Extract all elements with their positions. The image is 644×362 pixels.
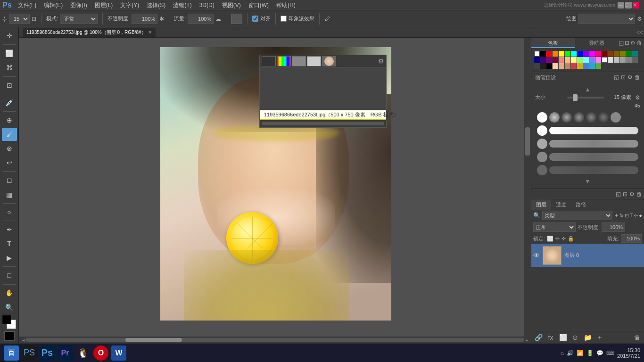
brush-thumb-1[interactable]: [262, 56, 276, 66]
tab-swatches[interactable]: 色板: [531, 38, 575, 48]
tool-pen[interactable]: ✒: [2, 223, 17, 236]
lock-icon-2[interactable]: ✏: [555, 236, 560, 242]
canvas-vscroll[interactable]: [524, 38, 531, 337]
brush-stroke-1[interactable]: [549, 127, 638, 134]
swatch-white[interactable]: [534, 51, 540, 57]
swatch-gray8[interactable]: [620, 57, 626, 63]
swatch-ltgray[interactable]: [608, 57, 613, 63]
tool-history-brush[interactable]: ↩: [2, 156, 17, 169]
swatch-gray3[interactable]: [571, 57, 577, 63]
menu-type[interactable]: 文字(Y): [116, 0, 143, 10]
taskbar-sys-icon-5[interactable]: 💬: [596, 350, 603, 356]
filter-icon-4[interactable]: T: [630, 213, 633, 219]
swatch-gray9[interactable]: [626, 57, 632, 63]
menu-edit[interactable]: 编辑(E): [40, 0, 66, 10]
canvas-hscroll-thumb[interactable]: [125, 338, 182, 342]
swatch-violet[interactable]: [546, 57, 552, 63]
taskbar-chat-icon[interactable]: 🐧: [75, 346, 91, 361]
swatch-coolblue[interactable]: [583, 63, 589, 69]
align-checkbox[interactable]: [252, 16, 258, 22]
canvas-hscroll[interactable]: ◂ ▸: [19, 337, 531, 343]
swatch-skin3[interactable]: [565, 63, 570, 69]
win-maximize-btn[interactable]: □: [625, 2, 632, 8]
menu-help[interactable]: 帮助(H): [272, 0, 299, 10]
menu-window[interactable]: 窗口(W): [245, 0, 272, 10]
brush-circle-7[interactable]: [611, 112, 621, 123]
mode-select[interactable]: 正常: [60, 14, 98, 24]
tool-gradient[interactable]: ▦: [2, 188, 17, 201]
brush-thumb-settings-icon[interactable]: ⚙: [378, 58, 384, 65]
brush-stroke-4[interactable]: [549, 166, 638, 174]
tool-hand[interactable]: ✋: [2, 286, 17, 299]
swatch-white2[interactable]: [602, 57, 607, 63]
swatch-cyan[interactable]: [571, 51, 577, 57]
layers-panel-icon1[interactable]: ◱: [616, 191, 621, 197]
tool-path-select[interactable]: ▶: [2, 251, 17, 264]
panel-icon-2[interactable]: ⊡: [625, 40, 629, 46]
menu-3d[interactable]: 3D(D): [196, 0, 218, 10]
opacity-input[interactable]: [132, 14, 157, 24]
swatch-brown[interactable]: [614, 51, 619, 57]
layers-delete-btn[interactable]: 🗑: [632, 332, 642, 343]
brush-panel-icon1[interactable]: ◱: [614, 74, 619, 81]
swatch-black[interactable]: [540, 51, 546, 57]
tab-close-btn[interactable]: ✕: [148, 30, 152, 35]
brush-preview-dot-3[interactable]: [537, 152, 547, 162]
taskbar-sys-icon-4[interactable]: 🔋: [586, 350, 594, 356]
swatch-darkgreen[interactable]: [626, 51, 632, 57]
tool-rect-select[interactable]: ⬜: [2, 47, 17, 60]
panel-trash-icon[interactable]: 🗑: [636, 40, 642, 46]
tool-eraser[interactable]: ◻: [2, 173, 17, 187]
brush-thumb-3[interactable]: [292, 56, 306, 66]
filter-icon-3[interactable]: ⊡: [625, 213, 629, 219]
brush-thumb-5[interactable]: [322, 56, 336, 66]
draw-select[interactable]: [578, 14, 635, 24]
brush-up-arrow[interactable]: ▲: [535, 86, 640, 93]
tab-navigator[interactable]: 导航器: [575, 38, 619, 48]
lock-icon-3[interactable]: ✛: [561, 236, 566, 242]
swatch-nearblack[interactable]: [540, 63, 546, 69]
swatch-coolteal[interactable]: [589, 63, 595, 69]
brush-circle-6[interactable]: [598, 112, 609, 123]
layers-mask-btn[interactable]: ⬜: [558, 332, 568, 343]
swatch-teal[interactable]: [632, 51, 638, 57]
swatch-darkred[interactable]: [602, 51, 607, 57]
fill-input[interactable]: [621, 234, 642, 243]
swatch-midgray[interactable]: [614, 57, 619, 63]
swatch-verydark[interactable]: [534, 63, 540, 69]
tool-eyedropper[interactable]: 💉: [2, 96, 17, 109]
layers-filter-select[interactable]: 类型: [542, 211, 612, 220]
swatch-rose[interactable]: [553, 57, 558, 63]
layers-fx-btn[interactable]: fx: [545, 332, 556, 343]
layers-opacity-input[interactable]: [602, 222, 625, 232]
layers-link-btn[interactable]: 🔗: [533, 332, 544, 343]
swatch-darkgray[interactable]: [632, 57, 638, 63]
taskbar-sys-icon-6[interactable]: ⌨: [606, 350, 614, 356]
menu-layer[interactable]: 图层(L): [91, 0, 117, 10]
tool-move[interactable]: ✛: [2, 29, 17, 42]
filter-icon-5[interactable]: ⊹: [634, 213, 638, 219]
menu-file[interactable]: 文件(F): [14, 0, 40, 10]
hscroll-left-btn[interactable]: ◂: [21, 337, 25, 342]
taskbar-ps-icon[interactable]: Ps: [40, 346, 55, 361]
brush-preview-dot-4[interactable]: [537, 165, 547, 175]
menu-image[interactable]: 图像(I): [66, 0, 91, 10]
brush-circle-5[interactable]: [586, 112, 596, 123]
swatch-olive[interactable]: [620, 51, 626, 57]
hscroll-right-btn[interactable]: ▸: [524, 337, 529, 342]
swatch-yellow[interactable]: [559, 51, 564, 57]
layers-panel-trash[interactable]: 🗑: [636, 191, 642, 197]
menu-filter[interactable]: 滤镜(T): [169, 0, 195, 10]
tool-type[interactable]: T: [2, 237, 17, 250]
brush-thumb-4[interactable]: [307, 56, 321, 66]
menu-view[interactable]: 视图(V): [218, 0, 245, 10]
win-close-btn[interactable]: ✕: [633, 2, 639, 8]
brush-size-select[interactable]: 152030: [9, 14, 30, 24]
taskbar-sys-icon-1[interactable]: ⌂: [561, 350, 564, 356]
canvas-tab-active[interactable]: 1193596866ede22753l.jpg @ 100%（图层 0，RGB/…: [23, 28, 156, 37]
swatch-purple[interactable]: [583, 51, 589, 57]
taskbar-sys-icon-2[interactable]: 🔊: [567, 350, 574, 356]
tool-lasso[interactable]: ⌘: [2, 61, 17, 74]
brush-preview-dot-1[interactable]: [537, 125, 547, 136]
swatch-skin1[interactable]: [553, 63, 558, 69]
